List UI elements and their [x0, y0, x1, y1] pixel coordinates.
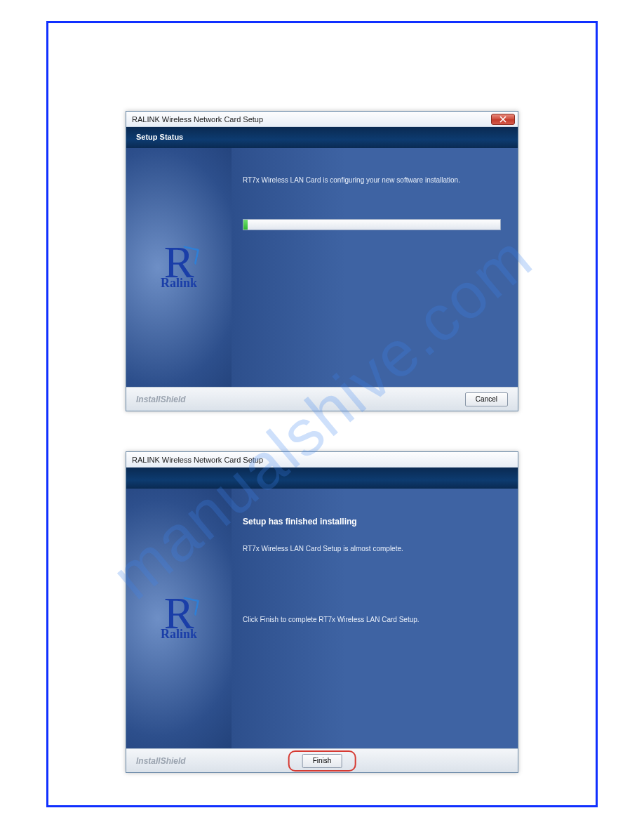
right-panel: Setup has finished installing RT7x Wirel… — [232, 489, 518, 748]
left-brand-panel: R Ralink — [126, 489, 232, 748]
progress-bar — [243, 219, 501, 230]
dialog-footer: InstallShield Finish — [126, 748, 518, 772]
right-panel: RT7x Wireless LAN Card is configuring yo… — [232, 148, 518, 387]
close-button[interactable] — [491, 114, 515, 125]
progress-fill — [243, 220, 248, 230]
dialog-content: R Ralink RT7x Wireless LAN Card is confi… — [126, 148, 518, 387]
installshield-brand: InstallShield — [136, 756, 186, 766]
cancel-button[interactable]: Cancel — [465, 392, 508, 406]
titlebar: RALINK Wireless Network Card Setup — [126, 452, 518, 468]
logo-r-icon: R — [164, 595, 194, 631]
dialog-footer: InstallShield Cancel — [126, 387, 518, 411]
titlebar: RALINK Wireless Network Card Setup — [126, 112, 518, 127]
setup-status-dialog: RALINK Wireless Network Card Setup Setup… — [126, 111, 518, 411]
installshield-brand: InstallShield — [136, 395, 186, 404]
dialog-content: R Ralink Setup has finished installing R… — [126, 489, 518, 748]
window-title: RALINK Wireless Network Card Setup — [132, 456, 263, 464]
dialog-header — [126, 468, 518, 489]
finish-message-1: RT7x Wireless LAN Card Setup is almost c… — [243, 545, 501, 552]
window-title: RALINK Wireless Network Card Setup — [132, 115, 263, 124]
finish-button-highlight: Finish — [288, 750, 356, 772]
finish-button[interactable]: Finish — [302, 754, 342, 768]
left-brand-panel: R Ralink — [126, 148, 232, 387]
ralink-logo: R Ralink — [161, 244, 197, 291]
logo-r-icon: R — [164, 244, 194, 280]
close-icon — [499, 116, 507, 123]
dialog-header: Setup Status — [126, 127, 518, 148]
finish-heading: Setup has finished installing — [243, 517, 501, 527]
ralink-logo: R Ralink — [161, 595, 197, 642]
status-message: RT7x Wireless LAN Card is configuring yo… — [243, 176, 501, 184]
finish-message-2: Click Finish to complete RT7x Wireless L… — [243, 616, 501, 623]
setup-finished-dialog: RALINK Wireless Network Card Setup R Ral… — [126, 451, 518, 773]
